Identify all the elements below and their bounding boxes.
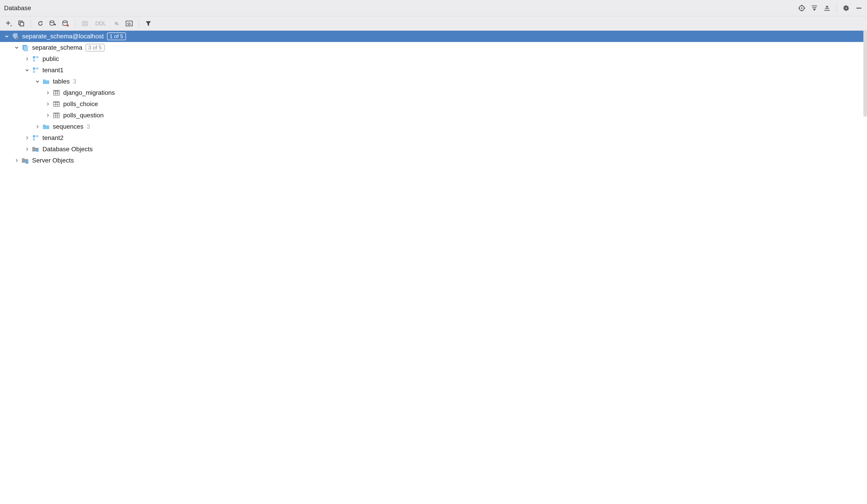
- tree-node-schema[interactable]: tenant1: [0, 65, 867, 76]
- svg-rect-22: [82, 21, 88, 26]
- tree-node-table[interactable]: polls_choice: [0, 98, 867, 110]
- folder-count: 3: [86, 123, 90, 130]
- chevron-right-icon[interactable]: [24, 147, 30, 152]
- tree-node-folder-sequences[interactable]: sequences 3: [0, 121, 867, 132]
- schema-icon: [32, 134, 40, 142]
- panel-title: Database: [4, 4, 31, 12]
- svg-rect-63: [33, 139, 35, 141]
- svg-rect-41: [33, 67, 35, 69]
- tree-node-db-objects[interactable]: Database Objects: [0, 143, 867, 155]
- svg-rect-35: [24, 46, 28, 51]
- folder-icon: [42, 122, 50, 131]
- tree-node-datasource[interactable]: separate_schema@localhost 1 of 5: [0, 31, 867, 42]
- svg-rect-33: [16, 38, 18, 39]
- table-icon: [52, 100, 61, 108]
- table-label: polls_question: [63, 112, 104, 119]
- gear-icon[interactable]: [842, 4, 850, 12]
- tree-node-table[interactable]: polls_question: [0, 110, 867, 121]
- tree-node-table[interactable]: django_migrations: [0, 87, 867, 98]
- ddl-button[interactable]: DDL: [94, 19, 108, 28]
- refresh-icon[interactable]: [36, 19, 44, 28]
- svg-rect-17: [20, 22, 24, 26]
- svg-marker-18: [40, 21, 42, 23]
- server-objects-label: Server Objects: [32, 157, 74, 164]
- svg-rect-52: [54, 101, 60, 103]
- svg-marker-27: [113, 20, 120, 26]
- schema-label: tenant1: [42, 67, 63, 74]
- chevron-right-icon[interactable]: [35, 124, 40, 129]
- svg-rect-21: [67, 25, 69, 26]
- folder-count: 3: [73, 78, 76, 85]
- datasource-badge: 1 of 5: [107, 32, 126, 40]
- table-label: polls_choice: [63, 100, 98, 108]
- chevron-down-icon[interactable]: [4, 34, 10, 39]
- folder-icon: [42, 77, 50, 86]
- chevron-right-icon[interactable]: [45, 112, 51, 118]
- db-objects-folder-icon: [32, 145, 40, 153]
- database-tool-window: Database: [0, 0, 867, 504]
- database-icon: [21, 44, 29, 52]
- svg-rect-37: [36, 56, 39, 58]
- schema-icon: [32, 55, 40, 63]
- tree-node-folder-tables[interactable]: tables 3: [0, 76, 867, 87]
- server-objects-folder-icon: [21, 157, 29, 164]
- svg-marker-8: [813, 9, 816, 11]
- database-label: separate_schema: [32, 44, 83, 51]
- svg-marker-30: [146, 21, 151, 26]
- hide-icon[interactable]: [855, 4, 863, 12]
- expand-all-icon[interactable]: [810, 4, 818, 12]
- db-objects-label: Database Objects: [42, 146, 93, 153]
- svg-rect-57: [54, 113, 60, 114]
- postgres-icon: [11, 32, 19, 40]
- datasource-props-icon[interactable]: [49, 19, 57, 28]
- chevron-right-icon[interactable]: [24, 56, 30, 62]
- folder-label: sequences: [53, 123, 83, 130]
- database-badge: 3 of 5: [86, 44, 105, 52]
- datasource-label: separate_schema@localhost: [22, 33, 104, 40]
- collapse-all-icon[interactable]: [823, 4, 831, 12]
- navigate-icon[interactable]: [113, 19, 120, 28]
- tree-node-server-objects[interactable]: Server Objects: [0, 155, 867, 166]
- table-icon: [52, 89, 61, 97]
- table-label: django_migrations: [63, 89, 115, 96]
- duplicate-icon[interactable]: [17, 19, 25, 28]
- database-tree[interactable]: separate_schema@localhost 1 of 5 separat…: [0, 31, 867, 504]
- svg-rect-68: [25, 162, 29, 162]
- tree-node-schema[interactable]: public: [0, 53, 867, 65]
- svg-rect-36: [33, 56, 35, 58]
- divider: [836, 3, 837, 13]
- svg-point-20: [63, 21, 67, 23]
- add-icon[interactable]: [4, 19, 13, 28]
- filter-icon[interactable]: [144, 19, 152, 28]
- tree-node-schema[interactable]: tenant2: [0, 132, 867, 143]
- toolbar: DDL QL: [0, 16, 867, 31]
- chevron-down-icon[interactable]: [14, 45, 19, 50]
- folder-label: tables: [53, 78, 70, 85]
- chevron-right-icon[interactable]: [45, 90, 51, 96]
- target-icon[interactable]: [798, 4, 806, 12]
- svg-rect-61: [33, 135, 35, 137]
- svg-marker-11: [825, 6, 828, 8]
- tree-node-database[interactable]: separate_schema 3 of 5: [0, 42, 867, 53]
- chevron-right-icon[interactable]: [14, 158, 19, 163]
- svg-rect-43: [33, 71, 35, 73]
- table-editor-icon[interactable]: [81, 19, 89, 28]
- svg-point-1: [801, 8, 802, 9]
- datasource-stop-icon[interactable]: [62, 19, 70, 28]
- title-bar: Database: [0, 0, 867, 16]
- query-console-icon[interactable]: QL: [125, 19, 133, 28]
- divider: [139, 19, 139, 28]
- svg-rect-38: [33, 60, 35, 62]
- svg-rect-69: [25, 163, 29, 164]
- chevron-down-icon[interactable]: [35, 79, 40, 84]
- svg-point-19: [50, 21, 54, 23]
- svg-text:QL: QL: [127, 22, 131, 25]
- divider: [31, 19, 31, 28]
- chevron-right-icon[interactable]: [45, 101, 51, 107]
- title-actions: [798, 3, 863, 13]
- chevron-down-icon[interactable]: [24, 67, 30, 73]
- chevron-right-icon[interactable]: [24, 135, 30, 141]
- schema-label: public: [42, 55, 59, 63]
- scrollbar[interactable]: [864, 31, 867, 117]
- schema-label: tenant2: [42, 134, 63, 141]
